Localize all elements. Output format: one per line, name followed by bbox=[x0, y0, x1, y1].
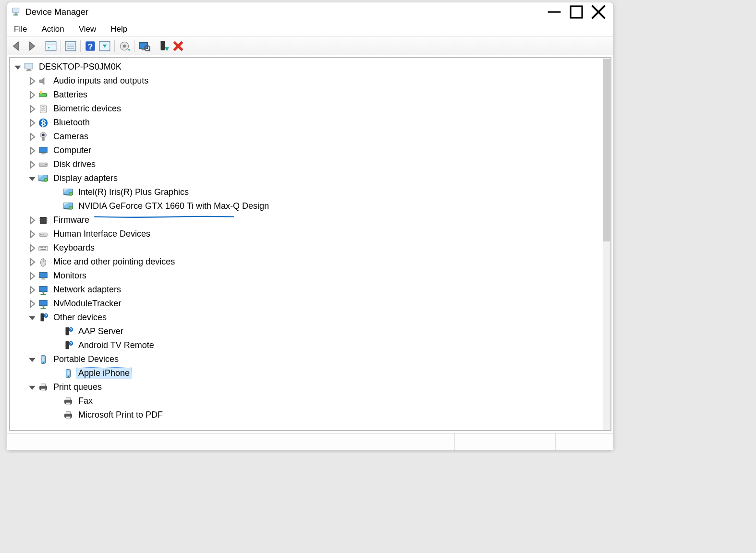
svg-text:?: ? bbox=[70, 328, 72, 332]
expander-icon[interactable] bbox=[13, 62, 23, 72]
tree-category[interactable]: Portable Devices bbox=[11, 352, 602, 366]
toolbar-separator bbox=[114, 40, 115, 52]
expander-icon[interactable] bbox=[27, 313, 37, 323]
minimize-button[interactable] bbox=[543, 4, 565, 20]
action-menu-button[interactable] bbox=[98, 39, 111, 53]
show-hide-tree-button[interactable] bbox=[44, 39, 58, 53]
maximize-button[interactable] bbox=[565, 4, 587, 20]
enable-device-button[interactable] bbox=[157, 39, 171, 53]
disk-icon bbox=[38, 159, 49, 170]
tree-category[interactable]: Disk drives bbox=[11, 157, 602, 171]
help-button[interactable]: ? bbox=[84, 39, 97, 53]
menu-action[interactable]: Action bbox=[38, 23, 67, 36]
hand-underline-annotation bbox=[48, 211, 280, 214]
expander-icon[interactable] bbox=[27, 104, 37, 114]
svg-point-53 bbox=[69, 192, 73, 195]
svg-rect-102 bbox=[67, 370, 70, 375]
expander-icon[interactable] bbox=[27, 90, 37, 100]
vertical-scrollbar[interactable] bbox=[603, 58, 610, 430]
tree-category[interactable]: NvModuleTracker bbox=[11, 297, 602, 311]
tree-category[interactable]: Display adapters bbox=[11, 171, 602, 185]
statusbar bbox=[7, 433, 613, 450]
speaker-icon bbox=[38, 76, 49, 86]
expander-icon[interactable] bbox=[27, 383, 37, 392]
forward-button[interactable] bbox=[24, 39, 38, 53]
svg-rect-78 bbox=[39, 272, 48, 277]
update-driver-button[interactable] bbox=[118, 39, 131, 53]
tree-category-label: Disk drives bbox=[51, 159, 98, 170]
tree-device[interactable]: ?AAP Server bbox=[11, 325, 602, 338]
expander-icon[interactable] bbox=[27, 355, 37, 364]
close-button[interactable] bbox=[587, 4, 610, 20]
expander-icon[interactable] bbox=[27, 132, 37, 142]
svg-rect-58 bbox=[40, 217, 47, 223]
tree-category[interactable]: Monitors bbox=[11, 269, 602, 283]
tree-device-label: Android TV Remote bbox=[76, 340, 156, 351]
statusbar-cell bbox=[556, 433, 613, 450]
svg-rect-40 bbox=[42, 137, 45, 140]
expander-icon[interactable] bbox=[27, 285, 37, 295]
expander-icon[interactable] bbox=[27, 216, 37, 225]
tree-root[interactable]: DESKTOP-PS0JM0K bbox=[11, 60, 602, 74]
expander-icon[interactable] bbox=[27, 146, 37, 156]
svg-point-57 bbox=[69, 206, 73, 209]
tree-category[interactable]: Computer bbox=[11, 144, 602, 157]
tree-category[interactable]: Biometric devices bbox=[11, 102, 602, 116]
tree-device[interactable]: Intel(R) Iris(R) Plus Graphics bbox=[11, 185, 602, 199]
expander-icon[interactable] bbox=[27, 243, 37, 253]
back-button[interactable] bbox=[10, 39, 24, 53]
expander-icon[interactable] bbox=[27, 160, 37, 169]
scan-hardware-button[interactable] bbox=[137, 39, 151, 53]
tree-category[interactable]: Bluetooth bbox=[11, 116, 602, 130]
fingerprint-icon bbox=[38, 104, 49, 114]
svg-rect-74 bbox=[45, 247, 46, 248]
tree-category[interactable]: Audio inputs and outputs bbox=[11, 74, 602, 88]
device-tree[interactable]: DESKTOP-PS0JM0KAudio inputs and outputsB… bbox=[10, 58, 603, 430]
expander-icon[interactable] bbox=[27, 299, 37, 309]
svg-rect-25 bbox=[161, 41, 165, 50]
expander-icon[interactable] bbox=[27, 76, 37, 86]
svg-rect-71 bbox=[41, 247, 42, 248]
expander-icon[interactable] bbox=[27, 257, 37, 267]
svg-rect-43 bbox=[41, 153, 45, 154]
menu-help[interactable]: Help bbox=[108, 23, 130, 36]
content-area: DESKTOP-PS0JM0KAudio inputs and outputsB… bbox=[9, 57, 611, 431]
chip-icon bbox=[38, 215, 49, 226]
svg-rect-89 bbox=[41, 313, 44, 321]
display-icon bbox=[38, 173, 49, 184]
tree-category[interactable]: Mice and other pointing devices bbox=[11, 255, 602, 269]
uninstall-device-button[interactable] bbox=[171, 39, 185, 53]
unknown-icon: ? bbox=[63, 340, 73, 351]
portable-icon bbox=[63, 368, 73, 379]
svg-text:?: ? bbox=[88, 41, 93, 51]
scrollbar-thumb[interactable] bbox=[603, 59, 610, 241]
tree-category[interactable]: ?Other devices bbox=[11, 311, 602, 325]
svg-rect-2 bbox=[13, 14, 18, 16]
keyboard-icon bbox=[38, 243, 49, 253]
network-icon bbox=[38, 299, 49, 309]
expander-icon[interactable] bbox=[27, 229, 37, 239]
tree-device[interactable]: Microsoft Print to PDF bbox=[11, 408, 602, 422]
tree-device[interactable]: ?Android TV Remote bbox=[11, 338, 602, 352]
properties-button[interactable] bbox=[64, 39, 77, 53]
svg-rect-70 bbox=[40, 247, 41, 248]
expander-icon[interactable] bbox=[27, 174, 37, 183]
menu-file[interactable]: File bbox=[11, 23, 30, 36]
tree-category[interactable]: Network adapters bbox=[11, 283, 602, 297]
tree-category[interactable]: Print queues bbox=[11, 380, 602, 394]
tree-category[interactable]: Human Interface Devices bbox=[11, 227, 602, 241]
tree-category[interactable]: Batteries bbox=[11, 88, 602, 102]
tree-category[interactable]: Keyboards bbox=[11, 241, 602, 255]
computer-icon bbox=[24, 62, 34, 72]
svg-rect-81 bbox=[39, 286, 48, 291]
tree-category[interactable]: Cameras bbox=[11, 130, 602, 144]
tree-category-label: Other devices bbox=[51, 312, 109, 323]
monitor-icon bbox=[38, 271, 49, 281]
tree-device[interactable]: Apple iPhone bbox=[11, 366, 602, 380]
expander-icon[interactable] bbox=[27, 271, 37, 281]
tree-device[interactable]: Fax bbox=[11, 394, 602, 408]
menu-view[interactable]: View bbox=[76, 23, 99, 36]
svg-rect-86 bbox=[42, 305, 45, 306]
toolbar-separator bbox=[154, 40, 154, 52]
expander-icon[interactable] bbox=[27, 118, 37, 128]
